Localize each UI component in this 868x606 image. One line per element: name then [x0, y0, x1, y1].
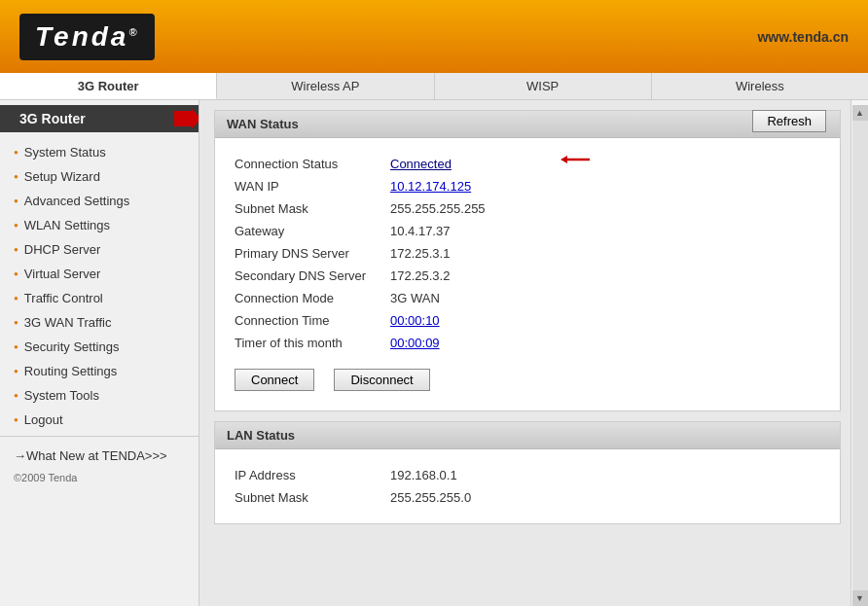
sidebar-item-label: Setup Wizard — [24, 169, 100, 184]
tab-wireless-ap[interactable]: Wireless AP — [217, 73, 434, 99]
tab-3g-router[interactable]: 3G Router — [0, 73, 217, 99]
logo-text: Tenda® — [35, 21, 139, 52]
svg-marker-2 — [561, 156, 567, 163]
status-label-ip-address: IP Address — [235, 468, 390, 482]
status-value-ip-address: 192.168.0.1 — [390, 468, 457, 482]
sidebar-item-security-settings[interactable]: Security Settings — [0, 335, 199, 359]
status-label-wan-ip: WAN IP — [235, 179, 390, 194]
sidebar-item-label: 3G WAN Traffic — [24, 315, 112, 330]
sidebar-title-label: 3G Router — [19, 111, 86, 126]
tab-wisp[interactable]: WISP — [435, 73, 652, 99]
header-url: www.tenda.cn — [757, 29, 849, 45]
status-row-connection-mode: Connection Mode 3G WAN — [235, 287, 820, 309]
status-row-subnet-mask: Subnet Mask 255.255.255.255 — [235, 197, 820, 220]
status-label-secondary-dns: Secondary DNS Server — [235, 268, 390, 283]
status-label-connection-mode: Connection Mode — [235, 291, 390, 305]
refresh-button[interactable]: Refresh — [752, 110, 826, 132]
status-row-timer-month: Timer of this month 00:00:09 — [235, 332, 820, 354]
sidebar-item-label: Advanced Settings — [24, 194, 129, 208]
right-scrollbar[interactable]: ▲ ▼ — [850, 100, 868, 606]
sidebar: 3G Router System Status Setup Wizard Adv… — [0, 100, 199, 606]
sidebar-item-label: DHCP Server — [24, 242, 101, 257]
status-row-secondary-dns: Secondary DNS Server 172.25.3.2 — [235, 265, 820, 287]
status-label-lan-subnet-mask: Subnet Mask — [235, 490, 390, 505]
status-row-primary-dns: Primary DNS Server 172.25.3.1 — [235, 242, 820, 265]
status-value-connection-time: 00:00:10 — [390, 313, 440, 328]
status-row-wan-ip: WAN IP 10.12.174.125 — [235, 175, 820, 197]
copyright-label: ©2009 Tenda — [14, 472, 77, 483]
header: Tenda® www.tenda.cn — [0, 0, 868, 73]
scrollbar-track[interactable] — [852, 121, 868, 590]
status-label-subnet-mask: Subnet Mask — [235, 201, 390, 216]
action-buttons: Connect Disconnect — [235, 364, 820, 396]
sidebar-item-advanced-settings[interactable]: Advanced Settings — [0, 189, 199, 213]
status-value-primary-dns: 172.25.3.1 — [390, 246, 450, 261]
status-label-connection-time: Connection Time — [235, 313, 390, 328]
sidebar-item-wlan-settings[interactable]: WLAN Settings — [0, 213, 199, 237]
connect-button[interactable]: Connect — [235, 369, 314, 391]
sidebar-item-routing-settings[interactable]: Routing Settings — [0, 359, 199, 383]
status-value-wan-ip: 10.12.174.125 — [390, 179, 471, 194]
sidebar-item-label: System Tools — [24, 388, 99, 403]
status-label-gateway: Gateway — [235, 224, 390, 238]
sidebar-item-setup-wizard[interactable]: Setup Wizard — [0, 164, 199, 189]
sidebar-whats-new[interactable]: →What New at TENDA>>> — [0, 441, 199, 468]
sidebar-item-dhcp-server[interactable]: DHCP Server — [0, 237, 199, 262]
status-row-lan-subnet-mask: Subnet Mask 255.255.255.0 — [235, 486, 820, 509]
status-value-connection-mode: 3G WAN — [390, 291, 440, 305]
sidebar-divider — [0, 436, 199, 437]
sidebar-title: 3G Router — [0, 105, 199, 132]
status-row-ip-address: IP Address 192.168.0.1 — [235, 464, 820, 486]
tab-wireless[interactable]: Wireless — [652, 73, 868, 99]
sidebar-item-system-tools[interactable]: System Tools — [0, 383, 199, 408]
status-value-timer-month: 00:00:09 — [390, 336, 440, 350]
lan-status-header: LAN Status — [215, 422, 840, 449]
content-area: Refresh WAN Status Connection Status Con… — [199, 100, 850, 606]
status-row-connection-time: Connection Time 00:00:10 — [235, 309, 820, 332]
sidebar-copyright: ©2009 Tenda — [0, 468, 199, 488]
svg-marker-0 — [174, 109, 199, 128]
status-row-gateway: Gateway 10.4.17.37 — [235, 220, 820, 242]
sidebar-item-label: WLAN Settings — [24, 218, 110, 232]
nav-tabs: 3G Router Wireless AP WISP Wireless — [0, 73, 868, 100]
connected-arrow-icon — [546, 155, 595, 174]
status-value-subnet-mask: 255.255.255.255 — [390, 201, 486, 216]
status-label-connection-status: Connection Status — [235, 157, 390, 171]
sidebar-item-label: System Status — [24, 145, 106, 160]
logo-area: Tenda® — [19, 14, 155, 60]
sidebar-arrow-icon — [174, 109, 199, 128]
disconnect-button[interactable]: Disconnect — [334, 369, 429, 391]
sidebar-item-label: Traffic Control — [24, 291, 103, 305]
status-value-gateway: 10.4.17.37 — [390, 224, 450, 238]
status-label-primary-dns: Primary DNS Server — [235, 246, 390, 261]
status-value-lan-subnet-mask: 255.255.255.0 — [390, 490, 471, 505]
scroll-down-arrow[interactable]: ▼ — [852, 590, 868, 606]
sidebar-item-label: Security Settings — [24, 339, 120, 354]
sidebar-item-virtual-server[interactable]: Virtual Server — [0, 262, 199, 286]
main-layout: 3G Router System Status Setup Wizard Adv… — [0, 100, 868, 606]
wan-status-rows: Connection Status Connected WAN IP 10.12… — [235, 153, 820, 354]
status-label-timer-month: Timer of this month — [235, 336, 390, 350]
sidebar-item-label: Virtual Server — [24, 267, 101, 281]
status-value-connection-status: Connected — [390, 157, 452, 171]
logo-brand: Tenda — [35, 21, 128, 52]
lan-status-content: IP Address 192.168.0.1 Subnet Mask 255.2… — [215, 449, 840, 523]
sidebar-item-traffic-control[interactable]: Traffic Control — [0, 286, 199, 310]
sidebar-item-logout[interactable]: Logout — [0, 408, 199, 432]
status-row-connection-status: Connection Status Connected — [235, 153, 820, 175]
wan-status-section: WAN Status Connection Status Connected W… — [214, 110, 841, 411]
sidebar-item-system-status[interactable]: System Status — [0, 140, 199, 164]
sidebar-item-label: Routing Settings — [24, 364, 117, 378]
whats-new-label: →What New at TENDA>>> — [14, 448, 167, 463]
sidebar-item-3g-wan-traffic[interactable]: 3G WAN Traffic — [0, 310, 199, 335]
sidebar-item-label: Logout — [24, 412, 63, 427]
wan-status-content: Connection Status Connected WAN IP 10.12… — [215, 138, 840, 410]
status-value-secondary-dns: 172.25.3.2 — [390, 268, 450, 283]
scroll-up-arrow[interactable]: ▲ — [852, 105, 868, 121]
lan-status-section: LAN Status IP Address 192.168.0.1 Subnet… — [214, 421, 841, 524]
wan-status-header: WAN Status — [215, 111, 840, 138]
logo-registered: ® — [128, 25, 138, 37]
